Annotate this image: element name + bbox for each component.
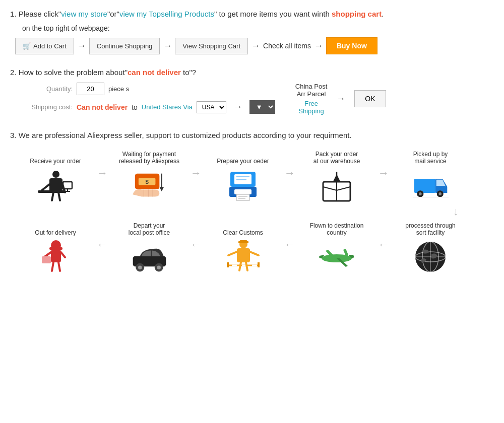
flow-item-pack: Pack your orderat our warehouse (296, 149, 377, 203)
view-shopping-cart-label: View Shopping Cart (182, 42, 240, 50)
svg-rect-24 (236, 194, 249, 200)
svg-line-56 (250, 252, 259, 255)
section1-text-between: "or" (107, 10, 119, 18)
arrow-1: → (74, 41, 89, 51)
car-icon (129, 239, 169, 274)
customs-icon (223, 239, 263, 274)
link-my-store[interactable]: view my store (61, 10, 107, 18)
method-dropdown[interactable]: ▼ (249, 100, 275, 114)
svg-line-4 (52, 192, 53, 200)
quantity-label: Quantity: (22, 85, 73, 93)
svg-rect-40 (51, 250, 61, 262)
parcel-title1: China Post (295, 83, 328, 90)
ok-label: OK (365, 95, 375, 103)
quantity-input[interactable] (77, 83, 104, 95)
flow-arrow-4: → (377, 167, 390, 180)
svg-line-44 (52, 262, 53, 271)
section1-period: . (382, 10, 384, 18)
flow-label-flown: Flown to destinationcountry (310, 220, 364, 236)
section1-text-before: 1. Please click" (10, 10, 61, 18)
svg-line-64 (246, 262, 247, 270)
svg-point-0 (52, 171, 59, 178)
section2-title-end: to"? (181, 68, 196, 77)
continue-shopping-button[interactable]: Continue Shopping (89, 38, 160, 54)
flow-label-pickup: Picked up bymail service (413, 149, 448, 165)
svg-rect-20 (236, 176, 249, 177)
to-text: to (132, 103, 138, 111)
flow-label-pack: Pack your orderat our warehouse (313, 149, 360, 165)
flow-item-customs: Clear Customs (203, 220, 283, 274)
flow-arrow-5: ← (96, 238, 109, 251)
section1-subtext: on the top right of webpage: (22, 24, 494, 32)
arrow-4: → (311, 41, 326, 51)
delivery-person-icon (35, 239, 76, 274)
flow-arrow-8: ← (377, 238, 390, 251)
flow-item-outdelivery: Out for delivery (15, 220, 96, 274)
continue-shopping-label: Continue Shopping (97, 42, 153, 50)
quantity-row: Quantity: piece s (22, 83, 275, 95)
svg-rect-53 (240, 240, 247, 242)
arrow-shipping: → (230, 102, 245, 112)
flow-arrow-7: ← (283, 238, 296, 251)
svg-text:$: $ (145, 178, 149, 184)
svg-point-50 (157, 265, 161, 269)
arrow-2: → (160, 41, 175, 51)
section2-title-start: 2. How to solve the problem about" (10, 68, 128, 77)
svg-rect-39 (49, 247, 62, 250)
cannot-deliver-label: Can not deliver (77, 103, 128, 111)
section-2: 2. How to solve the problem about"can no… (10, 66, 494, 119)
cart-icon: 🛒 (23, 42, 31, 50)
payment-icon: $ (129, 168, 169, 203)
svg-line-42 (61, 252, 65, 257)
svg-line-63 (239, 262, 241, 270)
section1-title: 1. Please click"view my store"or"view my… (10, 8, 494, 20)
destination-text: United Stares Via (142, 103, 193, 111)
printer-icon (223, 168, 263, 203)
parcel-title2: Arr Parcel (295, 90, 328, 98)
svg-point-36 (438, 192, 442, 195)
flow-arrow-2: → (190, 167, 203, 180)
flow-item-flown: Flown to destinationcountry (296, 220, 377, 274)
section2-title: 2. How to solve the problem about"can no… (10, 66, 494, 79)
svg-rect-54 (237, 248, 250, 262)
flow-row-2: Out for delivery (15, 220, 494, 274)
svg-rect-59 (258, 262, 260, 267)
svg-rect-6 (38, 190, 66, 193)
shopping-cart-link: shopping cart (332, 10, 382, 18)
svg-line-5 (58, 192, 60, 200)
shipping-label: Shipping cost: (22, 103, 73, 111)
flow-arrow-1: → (96, 167, 109, 180)
section1-text-after1: " to get more items you want winth (214, 10, 332, 18)
globe-icon (410, 239, 451, 274)
shipping-row: Shipping cost: Can not deliver to United… (22, 100, 275, 114)
via-dropdown[interactable]: USA (197, 101, 226, 113)
flow-label-outdelivery: Out for delivery (35, 220, 76, 236)
flow-item-receive: Receive your order (15, 149, 96, 203)
flow-arrow-6: ← (190, 238, 203, 251)
parcel-area: China Post Arr Parcel FreeShipping → OK (295, 83, 386, 115)
arrow-3: → (248, 41, 263, 51)
cart-flow: 🛒 Add to Cart → Continue Shopping → View… (15, 37, 494, 54)
flow-item-sort: processed throughsort facility (390, 220, 471, 274)
svg-rect-31 (414, 178, 435, 192)
link-topselling[interactable]: view my Topselling Products (119, 10, 214, 18)
buy-now-button[interactable]: Buy Now (326, 37, 377, 54)
flow-item-payment: Waiting for paymentreleased by Aliexpres… (109, 149, 190, 203)
add-to-cart-button[interactable]: 🛒 Add to Cart (15, 38, 74, 54)
parcel-box: China Post Arr Parcel FreeShipping (295, 83, 328, 115)
svg-marker-17 (159, 187, 164, 191)
view-shopping-cart-button[interactable]: View Shopping Cart (175, 38, 248, 54)
flow-label-receive: Receive your order (30, 149, 81, 165)
check-all-items-label: Check all items (263, 42, 311, 50)
airplane-icon (317, 239, 357, 274)
svg-line-45 (58, 262, 60, 271)
svg-line-55 (228, 252, 237, 255)
section-3: 3. We are professional Aliexpress seller… (10, 131, 494, 274)
section2-content: Quantity: piece s Shipping cost: Can not… (22, 83, 494, 119)
svg-point-48 (138, 265, 142, 269)
svg-rect-58 (227, 262, 229, 267)
cannot-deliver-text: can not deliver (128, 68, 181, 77)
ok-button[interactable]: OK (354, 90, 386, 107)
svg-rect-23 (234, 189, 251, 194)
flow-label-prepare: Prepare your oeder (217, 149, 269, 165)
